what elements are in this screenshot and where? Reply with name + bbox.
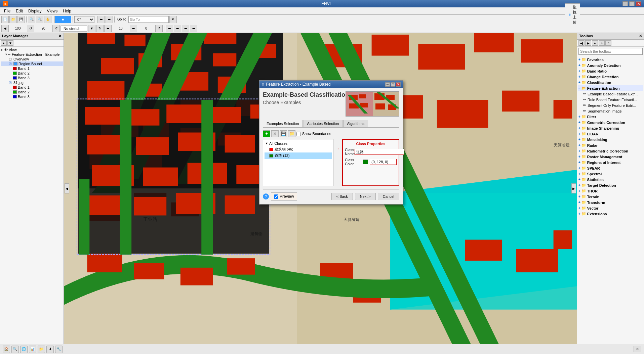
toolbox-vector[interactable]: +📁Vector bbox=[578, 205, 643, 211]
toolbox-terrain[interactable]: +📁Terrain bbox=[578, 194, 643, 200]
tree-band1a[interactable]: Band 1 bbox=[1, 66, 63, 71]
show-boundaries-checkbox[interactable] bbox=[296, 132, 301, 136]
tree-band1b[interactable]: Band 1 bbox=[1, 85, 63, 90]
nav4[interactable]: ➡ bbox=[190, 25, 197, 32]
class-name-input[interactable] bbox=[355, 149, 404, 155]
tree-jpg[interactable]: ☑ 31.jpg bbox=[1, 80, 63, 85]
goto-btn[interactable]: ▼ bbox=[169, 16, 177, 23]
toolbox-raster[interactable]: +📁Raster Management bbox=[578, 154, 643, 160]
layer-down-btn[interactable]: ▼ bbox=[7, 40, 13, 46]
toolbox-image-sharpening[interactable]: +📁Image Sharpening bbox=[578, 125, 643, 131]
stretch-reset1[interactable]: ↺ bbox=[27, 25, 34, 32]
cancel-btn[interactable]: Cancel bbox=[378, 193, 399, 200]
toolbox-star1[interactable]: ☆ bbox=[599, 40, 605, 46]
menu-help[interactable]: Help bbox=[60, 8, 74, 14]
save-class-btn[interactable]: 💾 bbox=[280, 130, 287, 137]
class-list-panel[interactable]: ▼ All Classes 建筑物 (46) 道路 (12) bbox=[263, 139, 333, 186]
nav2[interactable]: ➡ bbox=[174, 25, 181, 32]
menu-file[interactable]: File bbox=[1, 8, 13, 14]
stretch-apply[interactable]: ↻ bbox=[96, 25, 104, 32]
tool1[interactable]: ■ bbox=[54, 16, 71, 23]
angle-select[interactable]: 0° 90° bbox=[74, 16, 94, 23]
save-btn[interactable]: 💾 bbox=[17, 16, 25, 23]
toolbox-radiometric[interactable]: +📁Radiometric Correction bbox=[578, 148, 643, 154]
toolbox-search-input[interactable] bbox=[578, 48, 643, 55]
layer-manager-close[interactable]: ✕ bbox=[58, 34, 62, 38]
tab-examples-selection[interactable]: Examples Selection bbox=[263, 120, 303, 127]
stretch-select[interactable]: No stretch bbox=[61, 26, 87, 32]
tool2[interactable]: ⬅ bbox=[97, 16, 105, 23]
map-canvas[interactable]: 工业路 建筑物 天算省建 天算省建 bbox=[64, 33, 577, 344]
status-btn4[interactable]: 📊 bbox=[29, 346, 36, 353]
stretch-drop[interactable]: ▼ bbox=[88, 25, 95, 32]
toolbox-anomaly[interactable]: +📁Anomaly Detection bbox=[578, 62, 643, 68]
toolbox-rule-based[interactable]: ✏Rule Based Feature Extracti... bbox=[578, 97, 643, 102]
zoom-in-btn[interactable]: 🔍 bbox=[28, 16, 35, 23]
feature-extraction-dialog[interactable]: ⚙ Feature Extraction - Example Based ─ □… bbox=[259, 80, 403, 205]
upload-button[interactable]: ⬆ 拖拽上传 bbox=[565, 3, 580, 26]
stretch-toggle[interactable]: ◀ bbox=[1, 25, 9, 32]
toolbox-mosaicking[interactable]: +📁Mosaicking bbox=[578, 137, 643, 142]
stretch-prev[interactable]: ⬅ bbox=[104, 25, 112, 32]
help-btn[interactable]: ? bbox=[263, 193, 269, 200]
toolbox-lidar[interactable]: +📁LiDAR bbox=[578, 131, 643, 137]
stretch-next[interactable]: ➡ bbox=[130, 25, 137, 32]
map-nav-left[interactable]: ◀ bbox=[65, 183, 69, 193]
class-color-swatch[interactable] bbox=[363, 160, 368, 164]
dialog-maximize[interactable]: □ bbox=[391, 82, 395, 87]
tree-view[interactable]: ▶ 👁 View bbox=[1, 47, 63, 52]
toolbox-segment-only[interactable]: ✏Segment Only Feature Extri... bbox=[578, 102, 643, 108]
toolbox-extensions[interactable]: +📁Extensions bbox=[578, 211, 643, 217]
class-building[interactable]: 建筑物 (46) bbox=[265, 146, 332, 152]
toolbox-spectral[interactable]: +📁Spectral bbox=[578, 171, 643, 177]
toolbox-thor[interactable]: +📁THOR bbox=[578, 188, 643, 194]
toolbox-forward[interactable]: ▶ bbox=[585, 40, 591, 46]
minimize-btn[interactable]: ─ bbox=[622, 1, 628, 6]
toolbox-statistics[interactable]: +📁Statistics bbox=[578, 177, 643, 182]
delete-class-btn[interactable]: ✕ bbox=[271, 130, 279, 137]
toolbox-favorites[interactable]: +📁Favorites bbox=[578, 57, 643, 62]
toolbox-feature-extraction[interactable]: −📂Feature Extraction bbox=[578, 85, 643, 91]
map-nav-right[interactable]: ▶ bbox=[571, 183, 576, 193]
dialog-minimize[interactable]: ─ bbox=[385, 82, 390, 87]
class-road[interactable]: 道路 (12) bbox=[265, 152, 332, 159]
toolbox-close[interactable]: ✕ bbox=[639, 34, 642, 38]
tree-region-bound[interactable]: ☑ Region Bound bbox=[1, 61, 63, 66]
tree-band3a[interactable]: Band 3 bbox=[1, 76, 63, 80]
toolbox-regions[interactable]: +📁Regions of Interest bbox=[578, 160, 643, 165]
dialog-close[interactable]: ✕ bbox=[396, 82, 401, 87]
toolbox-change[interactable]: +📁Change Detection bbox=[578, 74, 643, 80]
tree-feature-extraction[interactable]: ▼ ✏ Feature Extraction - Example bbox=[1, 52, 63, 57]
back-btn[interactable]: < Back bbox=[331, 193, 353, 200]
toolbox-band-ratio[interactable]: +📁Band Ratio bbox=[578, 68, 643, 74]
tab-algorithms[interactable]: Algorithms bbox=[343, 120, 368, 127]
toolbox-back[interactable]: ◀ bbox=[578, 40, 585, 46]
toolbox-up[interactable]: ▲ bbox=[592, 40, 598, 46]
add-class-btn[interactable]: + bbox=[263, 130, 270, 137]
layer-up-btn[interactable]: ▲ bbox=[1, 40, 7, 46]
menu-display[interactable]: Display bbox=[26, 8, 44, 14]
status-btn1[interactable]: 🏠 bbox=[3, 346, 10, 353]
tree-band2b[interactable]: Band 2 bbox=[1, 90, 63, 94]
nav1[interactable]: ⬅ bbox=[166, 25, 173, 32]
tree-overview[interactable]: ☐ Overview bbox=[1, 57, 63, 61]
preview-checkbox-area[interactable]: Preview bbox=[271, 192, 297, 201]
stretch-refresh[interactable]: ↺ bbox=[155, 25, 163, 32]
new-btn[interactable]: 📄 bbox=[1, 16, 9, 23]
goto-input[interactable] bbox=[128, 16, 169, 23]
tab-attributes-selection[interactable]: Attributes Selection bbox=[304, 120, 343, 127]
toolbox-example-based[interactable]: ✏Example Based Feature Extr... bbox=[578, 91, 643, 97]
status-btn3[interactable]: 🌐 bbox=[20, 346, 28, 353]
toolbox-classification[interactable]: +📁Classification bbox=[578, 80, 643, 85]
menu-edit[interactable]: Edit bbox=[13, 8, 26, 14]
tree-band3b[interactable]: Band 3 bbox=[1, 94, 63, 99]
close-btn[interactable]: ✕ bbox=[636, 1, 641, 6]
tree-band2a[interactable]: Band 2 bbox=[1, 71, 63, 76]
toolbox-radar[interactable]: +📁Radar bbox=[578, 142, 643, 148]
tool3[interactable]: ➡ bbox=[106, 16, 113, 23]
nav3[interactable]: ⬅ bbox=[182, 25, 189, 32]
toolbox-segmentation-image[interactable]: ✏Segmentation Image bbox=[578, 108, 643, 114]
all-classes-item[interactable]: ▼ All Classes bbox=[265, 141, 332, 146]
load-class-btn[interactable]: 📁 bbox=[288, 130, 295, 137]
toolbox-transform[interactable]: +📁Transform bbox=[578, 200, 643, 205]
